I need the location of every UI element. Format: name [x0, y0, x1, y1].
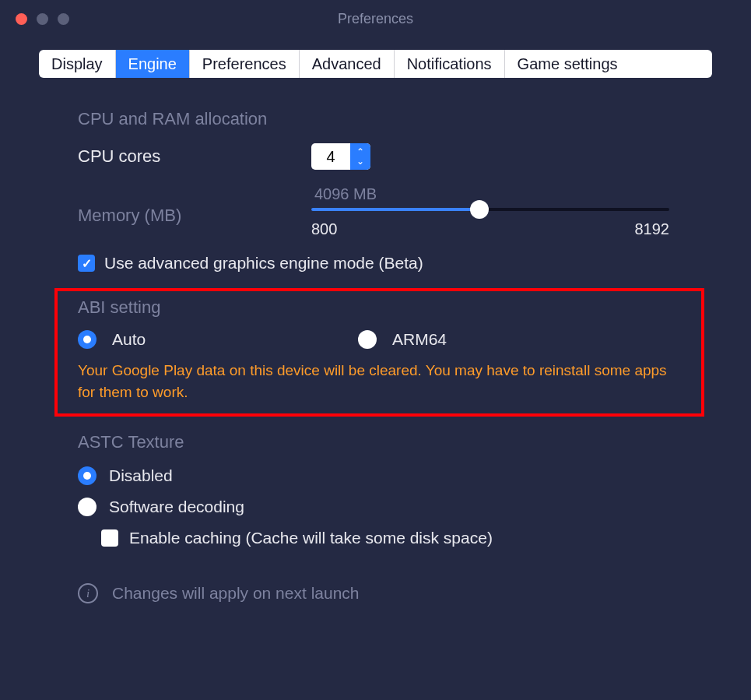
radio-astc-software[interactable]	[78, 498, 97, 516]
astc-caching-checkbox-row[interactable]: Enable caching (Cache will take some dis…	[101, 529, 673, 547]
section-astc-title: ASTC Texture	[78, 432, 673, 452]
zoom-window-button[interactable]	[58, 13, 69, 25]
memory-slider[interactable]	[311, 208, 669, 211]
astc-caching-label: Enable caching (Cache will take some dis…	[129, 529, 493, 547]
changes-info: i Changes will apply on next launch	[78, 583, 673, 603]
abi-arm64-label: ARM64	[392, 330, 447, 349]
memory-scale: 800 8192	[311, 220, 669, 238]
memory-readout: 4096 MB	[314, 185, 673, 203]
memory-min: 800	[311, 220, 337, 238]
abi-highlight-box: ABI setting Auto ARM64 Your Google Play …	[54, 288, 704, 417]
tab-preferences[interactable]: Preferences	[190, 50, 300, 78]
astc-software-label: Software decoding	[109, 498, 244, 516]
astc-caching-checkbox[interactable]	[101, 529, 118, 547]
radio-astc-disabled[interactable]	[78, 466, 97, 485]
advanced-graphics-checkbox[interactable]: ✓	[78, 255, 95, 272]
chevron-down-icon: ⌄	[356, 157, 364, 165]
window-title: Preferences	[0, 11, 751, 27]
changes-info-text: Changes will apply on next launch	[112, 584, 360, 603]
memory-slider-fill	[311, 208, 479, 211]
memory-slider-thumb[interactable]	[470, 200, 489, 219]
radio-auto[interactable]	[78, 330, 97, 349]
cpu-cores-step-buttons[interactable]: ⌃ ⌄	[350, 143, 370, 170]
abi-auto-label: Auto	[112, 330, 146, 349]
section-cpu-ram-title: CPU and RAM allocation	[78, 109, 673, 129]
abi-option-arm64[interactable]: ARM64	[358, 330, 447, 349]
cpu-cores-stepper[interactable]: 4 ⌃ ⌄	[311, 143, 370, 170]
astc-option-disabled[interactable]: Disabled	[78, 466, 673, 485]
abi-warning: Your Google Play data on this device wil…	[78, 360, 681, 403]
tab-engine[interactable]: Engine	[116, 50, 190, 78]
minimize-window-button[interactable]	[37, 13, 48, 25]
astc-option-software[interactable]: Software decoding	[78, 498, 673, 516]
section-abi-title: ABI setting	[78, 297, 681, 318]
advanced-graphics-label: Use advanced graphics engine mode (Beta)	[104, 254, 423, 273]
check-icon: ✓	[82, 256, 92, 271]
preferences-tabs: Display Engine Preferences Advanced Noti…	[39, 50, 712, 78]
traffic-lights	[16, 13, 69, 25]
advanced-graphics-checkbox-row[interactable]: ✓ Use advanced graphics engine mode (Bet…	[78, 254, 673, 273]
abi-option-auto[interactable]: Auto	[78, 330, 311, 349]
chevron-up-icon: ⌃	[356, 148, 364, 156]
close-window-button[interactable]	[16, 13, 27, 25]
info-icon: i	[78, 583, 98, 603]
tab-advanced[interactable]: Advanced	[300, 50, 395, 78]
tab-display[interactable]: Display	[39, 50, 116, 78]
astc-disabled-label: Disabled	[109, 466, 173, 485]
tab-game-settings[interactable]: Game settings	[505, 50, 630, 78]
memory-max: 8192	[635, 220, 670, 238]
cpu-cores-label: CPU cores	[78, 146, 311, 167]
memory-label: Memory (MB)	[78, 185, 311, 226]
tab-notifications[interactable]: Notifications	[395, 50, 505, 78]
titlebar: Preferences	[0, 0, 751, 37]
radio-arm64[interactable]	[358, 330, 377, 349]
cpu-cores-value: 4	[311, 143, 350, 170]
